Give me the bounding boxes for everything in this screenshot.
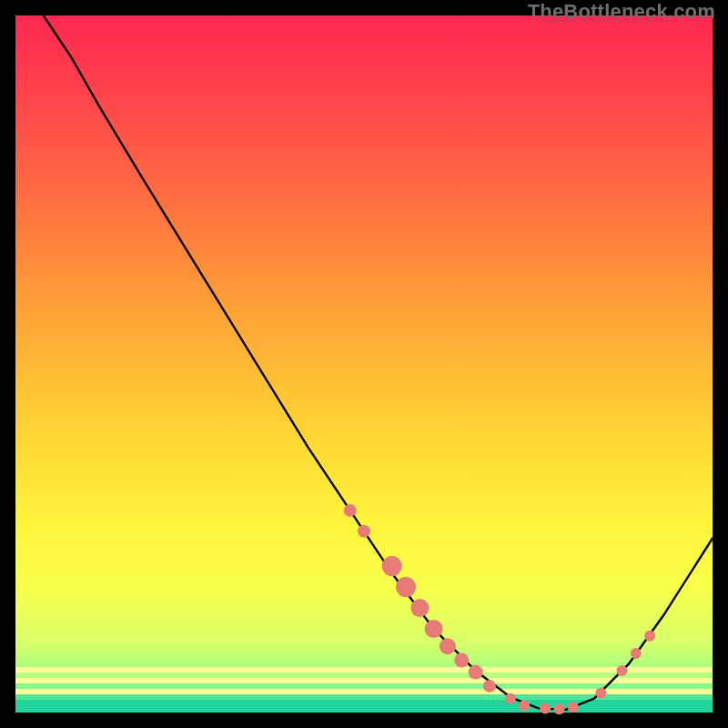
chart-container: TheBottleneck.com — [0, 0, 728, 728]
scatter-dot — [631, 648, 642, 659]
bottleneck-curve — [44, 15, 713, 710]
scatter-dot — [425, 620, 443, 638]
scatter-dot — [454, 653, 469, 668]
scatter-dot — [483, 680, 496, 693]
scatter-dot — [469, 665, 483, 680]
scatter-dot — [396, 577, 416, 597]
scatter-dot — [382, 556, 402, 576]
scatter-dot — [595, 688, 606, 699]
scatter-dot — [519, 700, 530, 711]
scatter-dot — [505, 693, 516, 704]
scatter-dot — [440, 638, 456, 654]
scatter-dot — [540, 703, 551, 713]
scatter-dot — [344, 504, 357, 517]
scatter-dot — [410, 599, 429, 617]
scatter-dot — [358, 525, 370, 538]
scatter-dot — [554, 703, 565, 714]
scatter-dot — [568, 702, 579, 713]
scatter-dot — [644, 631, 655, 642]
scatter-dot — [616, 665, 627, 676]
chart-svg — [15, 15, 713, 713]
